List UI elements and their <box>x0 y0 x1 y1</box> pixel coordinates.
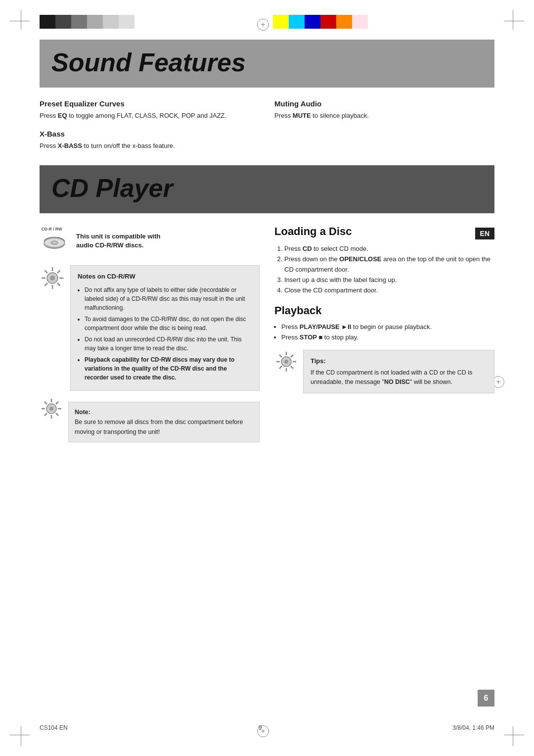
svg-line-12 <box>57 271 60 274</box>
preset-eq-text: Press EQ to toggle among FLAT, CLASS, RO… <box>40 111 260 121</box>
note-item-2: To avoid damages to the CD-R/RW disc, do… <box>85 315 252 332</box>
note-item-1: Do not affix any type of labels to eithe… <box>85 285 252 312</box>
note-label: Note: <box>75 409 90 416</box>
svg-line-14 <box>57 283 60 286</box>
cd-right-col: Loading a Disc Press CD to select CD mod… <box>274 225 494 442</box>
cdrw-compat-line1: This unit is compatible with <box>76 232 160 241</box>
swatch-lightgray <box>87 15 103 29</box>
cdrw-compat-text: This unit is compatible with audio CD-R/… <box>76 232 160 250</box>
tips-starburst-icon <box>274 350 298 375</box>
svg-point-6 <box>53 242 56 244</box>
notes-list: Do not affix any type of labels to eithe… <box>78 285 252 382</box>
cdrw-compat-line2: audio CD-R/RW discs. <box>76 241 160 250</box>
tips-label: Tips: <box>311 356 487 366</box>
cdrw-disc-icon: CD-R / RW <box>40 225 69 256</box>
note-bottom-box: Note: Be sure to remove all discs from t… <box>68 402 260 442</box>
swatch-lighter <box>103 15 119 29</box>
playback-bullet-2: Press STOP ■ to stop play. <box>281 332 494 343</box>
svg-text:CD-R / RW: CD-R / RW <box>42 227 62 232</box>
xbass-heading: X-Bass <box>40 130 260 138</box>
top-color-bar <box>0 15 534 29</box>
svg-point-16 <box>50 276 55 281</box>
top-bar-right <box>273 15 368 29</box>
svg-line-33 <box>279 366 282 369</box>
notes-box: Notes on CD-R/RW Do not affix any type o… <box>70 265 260 391</box>
sound-right-col: Muting Audio Press MUTE to silence playb… <box>274 99 494 150</box>
playback-list: Press PLAY/PAUSE ►II to begin or pause p… <box>274 322 494 343</box>
tips-box: Tips: If the CD compartment is not loade… <box>303 350 494 393</box>
cd-player-header: CD Player <box>40 165 494 213</box>
muting-audio-heading: Muting Audio <box>274 99 494 108</box>
swatch-cyan <box>289 15 305 29</box>
cd-left-col: CD-R / RW This unit is compatible with <box>40 225 260 442</box>
footer-left: CS104 EN <box>40 724 68 731</box>
loading-disc-list: Press CD to select CD mode. Press down o… <box>274 244 494 295</box>
svg-line-13 <box>45 283 48 286</box>
svg-line-23 <box>44 413 47 416</box>
note-starburst-icon <box>40 397 63 422</box>
swatch-lightest <box>119 15 134 29</box>
cdrw-compat: CD-R / RW This unit is compatible with <box>40 225 260 256</box>
loading-step-2: Press down on the OPEN/CLOSE area on the… <box>284 254 494 275</box>
loading-step-1: Press CD to select CD mode. <box>284 244 494 254</box>
svg-line-34 <box>291 366 293 369</box>
sound-features-title: Sound Features <box>51 48 483 77</box>
svg-line-32 <box>291 355 293 357</box>
notes-starburst-icon <box>40 265 65 292</box>
notes-heading: Notes on CD-R/RW <box>78 272 252 282</box>
loading-disc-heading: Loading a Disc <box>274 225 494 238</box>
swatch-orange <box>336 15 352 29</box>
sound-features-content: Preset Equalizer Curves Press EQ to togg… <box>40 99 494 150</box>
muting-audio-text: Press MUTE to silence playback. <box>274 111 494 121</box>
sound-features-header: Sound Features <box>40 40 494 88</box>
swatch-red <box>320 15 336 29</box>
swatch-pink <box>352 15 368 29</box>
loading-step-4: Close the CD compartment door. <box>284 285 494 296</box>
footer-right: 3/8/04, 1:46 PM <box>452 724 494 731</box>
main-content: Sound Features Preset Equalizer Curves P… <box>40 40 494 716</box>
svg-line-31 <box>279 355 282 357</box>
svg-line-11 <box>45 271 48 274</box>
sound-left-col: Preset Equalizer Curves Press EQ to togg… <box>40 99 274 150</box>
footer: CS104 EN 9 3/8/04, 1:46 PM <box>40 724 494 731</box>
swatch-gray <box>71 15 87 29</box>
playback-heading: Playback <box>274 304 494 317</box>
preset-eq-heading: Preset Equalizer Curves <box>40 99 260 108</box>
footer-center: 9 <box>259 724 262 731</box>
swatch-black <box>40 15 55 29</box>
svg-line-22 <box>56 402 58 404</box>
svg-point-26 <box>49 407 53 411</box>
loading-step-3: Insert up a disc with the label facing u… <box>284 275 494 285</box>
page-number-box: 6 <box>478 690 494 707</box>
playback-bullet-1: Press PLAY/PAUSE ►II to begin or pause p… <box>281 322 494 332</box>
svg-point-36 <box>284 360 288 364</box>
cd-player-title: CD Player <box>51 174 483 202</box>
svg-line-24 <box>56 413 58 416</box>
cd-player-content: CD-R / RW This unit is compatible with <box>40 225 494 442</box>
note-item-4: Playback capability for CD-RW discs may … <box>85 355 252 382</box>
svg-line-21 <box>44 402 47 404</box>
note-item-3: Do not load an unrecorded CD-R/RW disc i… <box>85 335 252 353</box>
swatch-darkgray <box>55 15 71 29</box>
swatch-yellow <box>273 15 289 29</box>
note-text: Be sure to remove all discs from the dis… <box>75 419 243 435</box>
swatch-blue <box>305 15 320 29</box>
tips-text: If the CD compartment is not loaded with… <box>311 368 487 387</box>
top-bar-left <box>40 15 134 29</box>
xbass-text: Press X-BASS to turn on/off the x-bass f… <box>40 141 260 151</box>
